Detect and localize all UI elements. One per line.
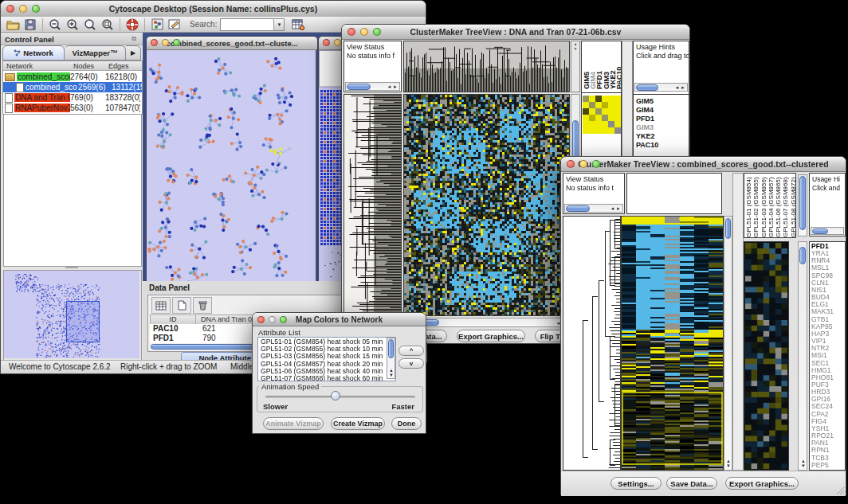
search-label: Search:: [190, 20, 217, 29]
zoom-matrix-cell: [589, 96, 595, 102]
zoom-button[interactable]: [173, 39, 180, 46]
birdseye-overview[interactable]: [3, 270, 142, 361]
zoom-matrix-cell: [608, 108, 614, 115]
minimize-button[interactable]: [334, 39, 341, 46]
tab-overflow-arrow[interactable]: ▶: [126, 45, 141, 61]
tv2-zoom-heatmap[interactable]: [744, 241, 789, 471]
tv2-export-graphics-button[interactable]: Export Graphics...: [725, 477, 799, 490]
tv1-heatmap-hscrollbar[interactable]: ◄ ►: [403, 318, 570, 327]
gene-label: GIM3: [634, 123, 689, 132]
zoom-matrix-cell: [595, 115, 602, 121]
search-input[interactable]: [221, 19, 273, 30]
minimize-button[interactable]: [162, 39, 169, 46]
main-window-title: Cytoscape Desktop (Session Name: collins…: [109, 4, 317, 14]
network-row-dna-tran[interactable]: DNA and Tran 07 769(0) 183728(0): [3, 92, 143, 103]
tv2-labels-vscrollbar[interactable]: [798, 174, 807, 236]
network-view-canvas[interactable]: [147, 50, 316, 281]
new-attribute-icon[interactable]: [172, 297, 191, 314]
close-button[interactable]: [567, 160, 575, 168]
animation-slider-thumb[interactable]: [331, 391, 340, 400]
tab-network[interactable]: Network: [2, 45, 65, 61]
close-button[interactable]: [6, 5, 14, 13]
close-button[interactable]: [347, 28, 355, 36]
network-import-icon[interactable]: [148, 17, 166, 32]
network-table: Network Nodes Edges combined_scores 2764…: [2, 61, 143, 115]
minimize-button[interactable]: [579, 160, 587, 168]
tv1-view-status: View StatusNo status info f ◄ ►: [344, 41, 402, 92]
tab-vizmapper[interactable]: VizMapper™: [65, 45, 126, 61]
zoom-matrix-cell: [602, 127, 608, 134]
slower-label: Slower: [263, 402, 288, 411]
tv2-gene-list[interactable]: PFD1YRA1RNR4MSL1SPC98CLN1NIS1BUD4ELG1MAK…: [809, 241, 846, 471]
float-panel-icon[interactable]: ⧉: [132, 35, 136, 43]
zoom-matrix-cell: [614, 108, 621, 115]
tv2-column-dendrogram[interactable]: [626, 173, 722, 214]
tv2-save-data-button[interactable]: Save Data...: [666, 477, 717, 490]
attribute-list-vscrollbar[interactable]: ▲▼: [387, 338, 395, 379]
annotation-icon[interactable]: [166, 17, 183, 32]
save-session-icon[interactable]: [22, 17, 39, 32]
tv2-status-hscrollbar[interactable]: ◄ ►: [564, 204, 623, 213]
network-row-rnapuber[interactable]: RNAPuberNov2+| 563(0) 107847(0): [3, 103, 143, 113]
tv2-usage-hscrollbar[interactable]: [811, 227, 844, 235]
move-up-button[interactable]: ^: [398, 346, 424, 356]
zoom-matrix-cell: [595, 121, 602, 127]
search-dropdown-icon[interactable]: ▼: [273, 19, 284, 30]
tv1-row-dendrogram[interactable]: [344, 94, 402, 316]
zoom-matrix-cell: [614, 115, 621, 121]
tv1-row-labels[interactable]: GIM5GIM4PFD1GIM3YKE2PAC10: [634, 97, 689, 150]
attribute-select-icon[interactable]: [151, 297, 171, 314]
zoom-button[interactable]: [373, 28, 381, 36]
table-import-icon[interactable]: [289, 17, 307, 32]
create-vizmap-button[interactable]: Create Vizmap: [331, 417, 385, 430]
tv1-status-hscrollbar[interactable]: ◄ ►: [345, 82, 400, 91]
minimize-button[interactable]: [269, 316, 276, 323]
dialog-titlebar[interactable]: Map Colors to Network: [253, 313, 426, 326]
zoom-out-icon[interactable]: [46, 17, 64, 32]
tv2-settings-button[interactable]: Settings...: [610, 477, 662, 490]
zoom-in-icon[interactable]: [64, 17, 81, 32]
tv2-row-dendrogram[interactable]: [563, 216, 621, 471]
zoom-matrix-cell: [589, 102, 595, 108]
attribute-item[interactable]: GPL51-07 (GSM868) heat shock 60 min: [258, 375, 395, 381]
network-row-combined-scores[interactable]: combined_scores 2764(0) 16218(0): [3, 72, 143, 82]
move-down-button[interactable]: v: [398, 358, 424, 369]
tv2-genes-vscrollbar[interactable]: ▲▼: [798, 241, 807, 471]
treeview2-titlebar[interactable]: ClusterMaker TreeView : combined_scores_…: [561, 157, 846, 172]
minimize-button[interactable]: [360, 28, 368, 36]
tv1-usage-hscrollbar[interactable]: ◄ ►: [634, 83, 688, 92]
close-button[interactable]: [323, 39, 330, 46]
tv2-heatmap-vscrollbar[interactable]: ▲▼: [724, 216, 732, 471]
close-button[interactable]: [257, 316, 265, 323]
tv1-zoom-heatmap[interactable]: [583, 96, 621, 134]
animation-slider-track[interactable]: [265, 396, 415, 398]
open-session-icon[interactable]: [4, 17, 22, 32]
main-titlebar[interactable]: Cytoscape Desktop (Session Name: collins…: [1, 1, 426, 18]
close-button[interactable]: [151, 39, 158, 46]
treeview1-titlebar[interactable]: ClusterMaker TreeView : DNA and Tran 07-…: [342, 25, 689, 40]
tv1-export-graphics-button[interactable]: Export Graphics...: [457, 330, 525, 342]
done-button[interactable]: Done: [391, 417, 422, 430]
zoom-button[interactable]: [592, 160, 600, 168]
zoom-button[interactable]: [32, 5, 40, 13]
network-row-selected[interactable]: combined_sco 2569(6) 13112(15): [3, 82, 143, 92]
resize-grip-icon[interactable]: [835, 486, 845, 495]
zoom-matrix-cell: [583, 127, 589, 134]
tv2-heatmap[interactable]: [621, 216, 724, 471]
help-lifering-icon[interactable]: [124, 17, 141, 32]
birdseye-canvas[interactable]: [4, 271, 139, 358]
zoom-selected-icon[interactable]: [99, 17, 116, 32]
tv1-column-dendrogram[interactable]: [403, 41, 570, 92]
network-view-title: combined_scores_good.txt--cluste...: [166, 39, 297, 48]
delete-attribute-icon[interactable]: [193, 297, 212, 314]
zoom-fit-icon[interactable]: [81, 17, 99, 32]
document-icon: [16, 83, 24, 92]
zoom-matrix-cell: [583, 108, 589, 115]
toolbar-separator: [42, 18, 43, 31]
zoom-matrix-cell: [589, 121, 595, 127]
zoom-button[interactable]: [280, 316, 287, 323]
attribute-list[interactable]: GPL51-01 (GSM854) heat shock 05 minGPL51…: [257, 337, 396, 381]
animate-vizmap-button[interactable]: Animate Vizmap: [263, 417, 324, 430]
tv1-heatmap[interactable]: [403, 94, 570, 316]
minimize-button[interactable]: [19, 5, 27, 13]
